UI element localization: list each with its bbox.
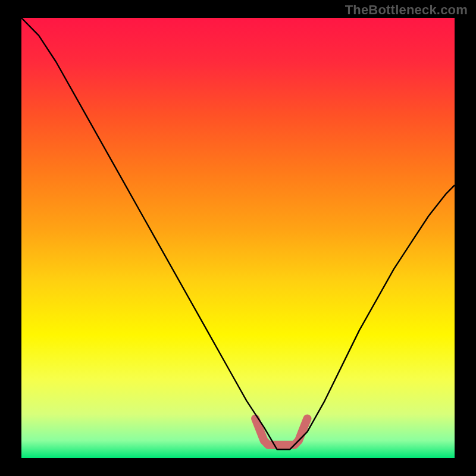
gradient-background <box>21 18 455 458</box>
watermark-text: TheBottleneck.com <box>345 2 468 18</box>
bottleneck-chart <box>0 0 476 476</box>
chart-stage: TheBottleneck.com <box>0 0 476 476</box>
